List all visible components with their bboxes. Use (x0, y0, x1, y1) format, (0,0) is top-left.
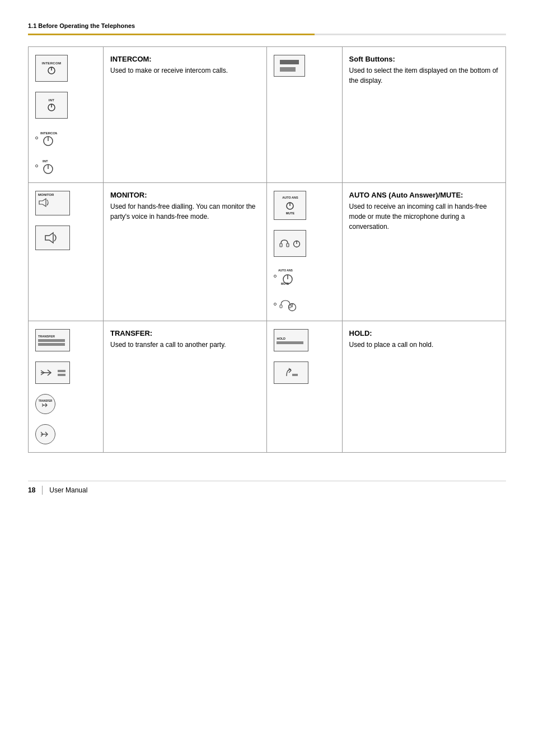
headset-rect-btn[interactable] (274, 230, 306, 257)
mute-label: MUTE (286, 212, 295, 215)
page-container: 1.1 Before Operating the Telephones INTE… (0, 0, 534, 756)
autoans-desc-cell: AUTO ANS (Auto Answer)/MUTE: Used to rec… (342, 183, 505, 321)
main-table: INTERCOM INT (28, 46, 506, 453)
headset-icon (279, 238, 290, 249)
hold-icon-group: HOLD (274, 329, 335, 384)
hold-arrow-btn[interactable] (274, 361, 308, 384)
headset-circle-icon (278, 295, 300, 313)
intercom-dot-circle: INTERCOM (35, 129, 96, 147)
monitor-speaker-row (38, 198, 54, 208)
transfer-btn-1: TRANSFER (35, 329, 96, 351)
headset-dot-circle (274, 295, 335, 313)
auto-ans-circle-icon: AUTO ANS MUTE (278, 267, 306, 285)
hold-btn-2 (274, 361, 335, 384)
section-divider (28, 34, 506, 35)
svg-text:INT: INT (43, 159, 48, 163)
indicator-dot-1 (35, 137, 38, 139)
transfer-icon-group: TRANSFER (35, 329, 96, 444)
footer-label: User Manual (49, 486, 87, 494)
monitor-desc-title: MONITOR: (110, 191, 260, 199)
table-row: MONITOR (29, 183, 506, 321)
transfer-arrow-round-btn[interactable] (35, 424, 55, 444)
autoans-icon-group: AUTO ANS MUTE (274, 191, 335, 313)
svg-marker-10 (39, 199, 46, 206)
auto-ans-btn-1: AUTO ANS MUTE (274, 191, 335, 220)
svg-text:INTERCOM: INTERCOM (40, 132, 57, 135)
softbtn-icon-group (274, 55, 335, 77)
transfer-desc-cell: TRANSFER: Used to transfer a call to ano… (104, 321, 267, 453)
softbtn-icons-cell (267, 47, 342, 183)
footer-divider (42, 486, 43, 495)
circle-power-icon: INTERCOM (39, 129, 57, 147)
intercom-desc-text: Used to make or receive intercom calls. (110, 65, 260, 76)
hold-label-1: HOLD (277, 337, 285, 340)
headset-btn-1 (274, 230, 335, 257)
int-circle-icon: INT (39, 157, 57, 175)
transfer-label-1: TRANSFER (38, 335, 55, 338)
intercom-desc-title: INTERCOM: (110, 55, 260, 63)
intercom-btn-1: INTERCOM (35, 55, 96, 82)
monitor-desc-text: Used for hands-free dialling. You can mo… (110, 201, 260, 222)
monitor-icons-cell: MONITOR (29, 183, 104, 321)
two-lines (58, 370, 65, 376)
line-b (58, 374, 65, 376)
monitor-rect-btn[interactable]: MONITOR (35, 191, 70, 215)
intercom-label: INTERCOM (42, 62, 61, 65)
speaker-icon-1 (38, 198, 54, 208)
hold-rect-btn[interactable]: HOLD (274, 329, 308, 351)
svg-marker-11 (45, 233, 53, 243)
transfer-arrow-circle-btn (35, 424, 96, 444)
hold-line (277, 341, 303, 344)
transfer-arrow-btn[interactable] (35, 361, 70, 384)
transfer-desc-text: Used to transfer a call to another party… (110, 340, 260, 350)
hold-arrow-icon (282, 367, 300, 378)
soft-bar-top (280, 60, 299, 64)
intercom-desc-cell: INTERCOM: Used to make or receive interc… (104, 47, 267, 183)
indicator-dot-3 (274, 275, 277, 278)
svg-rect-22 (280, 305, 282, 308)
transfer-arrow-icon (40, 368, 55, 377)
power-icon (46, 65, 57, 75)
power-icon-headset (292, 239, 301, 248)
soft-btn-icon (274, 55, 335, 77)
transfer-btn-2 (35, 361, 96, 384)
hold-btn-1: HOLD (274, 329, 335, 351)
softbtn-desc-cell: Soft Buttons: Used to select the item di… (342, 47, 505, 183)
line-a (58, 370, 65, 372)
softbtn-desc-text: Used to select the item displayed on the… (349, 65, 499, 86)
table-row: INTERCOM INT (29, 47, 506, 183)
arrow-circle-icon (40, 430, 51, 439)
auto-ans-rect-btn[interactable]: AUTO ANS MUTE (274, 191, 306, 220)
page-footer: 18 User Manual (28, 481, 506, 495)
monitor-btn-1: MONITOR (35, 191, 96, 215)
monitor-plain-btn[interactable] (35, 226, 70, 250)
svg-text:AUTO ANS: AUTO ANS (278, 269, 293, 272)
autoans-desc-text: Used to receive an incoming call in hand… (349, 201, 499, 232)
power-icon-2 (46, 102, 57, 112)
transfer-desc-title: TRANSFER: (110, 329, 260, 337)
transfer-round-btn[interactable]: TRANSFER (35, 394, 55, 414)
int-label: INT (49, 98, 55, 102)
transfer-line-2 (38, 343, 65, 346)
monitor-icon-group: MONITOR (35, 191, 96, 250)
auto-ans-dot-circle: AUTO ANS MUTE (274, 267, 335, 285)
intercom-rect-btn[interactable]: INTERCOM (35, 55, 68, 82)
intercom-icons-cell: INTERCOM INT (29, 47, 104, 183)
section-header: 1.1 Before Operating the Telephones (28, 22, 506, 35)
soft-btn-rect[interactable] (274, 55, 305, 77)
section-title: 1.1 Before Operating the Telephones (28, 22, 506, 29)
softbtn-desc-title: Soft Buttons: (349, 55, 499, 63)
transfer-line-1 (38, 339, 65, 342)
transfer-rect-btn[interactable]: TRANSFER (35, 329, 70, 351)
table-row: TRANSFER (29, 321, 506, 453)
monitor-desc-cell: MONITOR: Used for hands-free dialling. Y… (104, 183, 267, 321)
speaker-icon-2 (44, 232, 61, 244)
svg-text:MUTE: MUTE (281, 282, 289, 285)
int-rect-btn[interactable]: INT (35, 92, 68, 119)
indicator-dot-4 (274, 303, 277, 306)
autoans-icons-cell: AUTO ANS MUTE (267, 183, 342, 321)
transfer-circle-icon (41, 402, 49, 408)
page-number: 18 (28, 486, 35, 494)
transfer-icons-cell: TRANSFER (29, 321, 104, 453)
hold-desc-text: Used to place a call on hold. (349, 340, 499, 350)
